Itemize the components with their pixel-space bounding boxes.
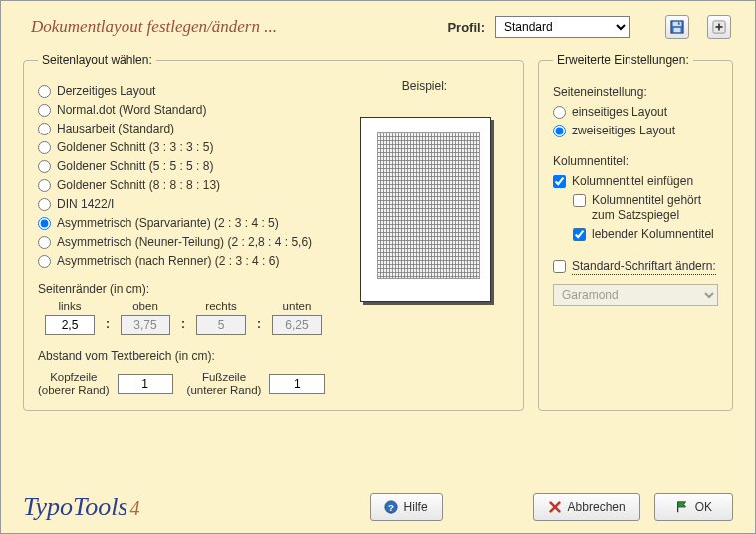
layout-group: Seitenlayout wählen: Derzeitiges Layout … <box>23 53 524 411</box>
fusszeile-input[interactable] <box>269 374 325 394</box>
add-profile-button[interactable] <box>707 15 731 39</box>
extended-legend: Erweiterte Einstellungen: <box>553 53 693 67</box>
layout-option-4[interactable]: Goldener Schnitt (5 : 5 : 5 : 8) <box>38 159 329 173</box>
fusszeile-label: Fußzeile(unterer Rand) <box>187 371 262 397</box>
ok-button[interactable]: OK <box>654 493 733 521</box>
plus-icon <box>712 20 726 34</box>
cancel-icon <box>548 500 562 514</box>
help-button[interactable]: ? Hilfe <box>370 493 443 521</box>
kt-einfuegen-option[interactable]: Kolumnentitel einfügen <box>553 174 718 188</box>
zweiseitig-option[interactable]: zweiseitiges Layout <box>553 124 718 137</box>
hf-label: Abstand vom Textbereich (in cm): <box>38 349 329 363</box>
kolumnentitel-label: Kolumnentitel: <box>553 154 718 168</box>
layout-option-9[interactable]: Asymmetrisch (nach Renner) (2 : 3 : 4 : … <box>38 254 329 268</box>
layout-option-5[interactable]: Goldener Schnitt (8 : 8 : 8 : 13) <box>38 178 329 192</box>
cancel-button[interactable]: Abbrechen <box>533 493 640 521</box>
layout-option-8[interactable]: Asymmetrisch (Neuner-Teilung) (2 : 2,8 :… <box>38 235 329 249</box>
layout-option-6[interactable]: DIN 1422/I <box>38 197 329 211</box>
margin-rechts-input <box>196 315 246 335</box>
flag-icon <box>675 500 689 514</box>
layout-option-3[interactable]: Goldener Schnitt (3 : 3 : 3 : 5) <box>38 140 329 154</box>
kt-satzspiegel-option[interactable]: Kolumnentitel gehört zum Satzspiegel <box>573 193 718 222</box>
einseitig-option[interactable]: einseitiges Layout <box>553 105 718 119</box>
brand-logo: TypoTools4 <box>23 492 140 522</box>
margin-rechts-label: rechts <box>205 300 236 312</box>
margin-unten-input <box>272 315 322 335</box>
layout-legend: Seitenlayout wählen: <box>38 53 156 67</box>
kopfzeile-input[interactable] <box>118 374 173 394</box>
layout-option-0[interactable]: Derzeitiges Layout <box>38 84 329 98</box>
kt-lebend-option[interactable]: lebender Kolumnentitel <box>573 227 718 241</box>
margin-links-label: links <box>58 300 81 312</box>
save-profile-button[interactable] <box>665 15 689 39</box>
page-title: Dokumentlayout festlegen/ändern ... <box>31 17 447 37</box>
profil-label: Profil: <box>447 20 485 35</box>
svg-rect-6 <box>716 26 723 28</box>
help-icon: ? <box>384 500 398 514</box>
layout-option-7[interactable]: Asymmetrisch (Sparvariante) (2 : 3 : 4 :… <box>38 216 329 230</box>
svg-rect-3 <box>678 22 680 25</box>
svg-rect-1 <box>673 22 682 26</box>
extended-group: Erweiterte Einstellungen: Seiteneinstell… <box>538 53 733 411</box>
svg-rect-2 <box>674 28 681 32</box>
std-schrift-option[interactable]: Standard-Schriftart ändern: <box>553 259 718 274</box>
kopfzeile-label: Kopfzeile(oberer Rand) <box>38 371 110 397</box>
margin-oben-label: oben <box>132 300 158 312</box>
margin-unten-label: unten <box>283 300 312 312</box>
font-select: Garamond <box>553 284 718 306</box>
seiteneinstellung-label: Seiteneinstellung: <box>553 85 718 99</box>
floppy-disk-icon <box>670 20 684 34</box>
margin-oben-input <box>121 315 170 335</box>
layout-option-2[interactable]: Hausarbeit (Standard) <box>38 122 329 135</box>
margins-label: Seitenränder (in cm): <box>38 282 329 296</box>
layout-option-1[interactable]: Normal.dot (Word Standard) <box>38 103 329 117</box>
layout-preview <box>360 117 491 302</box>
example-label: Beispiel: <box>341 79 509 93</box>
profil-select[interactable]: Standard <box>495 16 630 38</box>
svg-text:?: ? <box>388 502 394 513</box>
margin-links-input[interactable] <box>45 315 95 335</box>
